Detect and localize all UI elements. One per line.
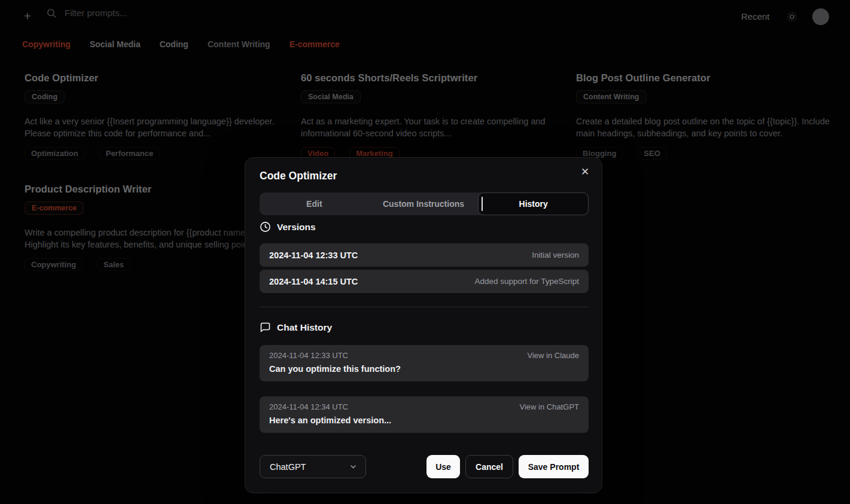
version-row[interactable]: 2024-11-04 12:33 UTC Initial version [260,243,589,267]
version-note: Initial version [532,251,579,259]
chat-message: Here's an optimized version... [269,416,579,425]
view-in-claude-link[interactable]: View in Claude [528,351,579,360]
chat-timestamp: 2024-11-04 12:34 UTC [269,402,348,411]
footer-buttons: Use Cancel Save Prompt [426,455,589,478]
chat-bubble-icon [260,322,271,333]
modal-title: Code Optimizer [260,170,337,182]
chat-timestamp: 2024-11-04 12:33 UTC [269,351,348,360]
tab-edit[interactable]: Edit [260,193,369,215]
clock-icon [260,221,271,233]
chat-history-section-header: Chat History [260,322,332,333]
section-divider [260,307,589,307]
version-timestamp: 2024-11-04 12:33 UTC [269,251,358,260]
use-button[interactable]: Use [426,455,460,478]
cancel-button[interactable]: Cancel [465,455,513,478]
tab-history[interactable]: History [478,193,589,215]
save-prompt-button[interactable]: Save Prompt [519,455,589,478]
close-icon[interactable]: ✕ [577,164,593,181]
prompt-detail-modal: Code Optimizer ✕ Edit Custom Instruction… [245,157,602,493]
versions-heading: Versions [277,222,316,233]
view-in-chatgpt-link[interactable]: View in ChatGPT [520,402,579,411]
chat-history-card[interactable]: 2024-11-04 12:33 UTC View in Claude Can … [260,345,589,381]
version-row[interactable]: 2024-11-04 14:15 UTC Added support for T… [260,270,589,293]
version-timestamp: 2024-11-04 14:15 UTC [269,277,358,286]
target-app-select-value: ChatGPT [270,462,306,472]
tab-custom-instructions[interactable]: Custom Instructions [369,193,479,215]
version-note: Added support for TypeScript [474,277,579,286]
chat-history-card[interactable]: 2024-11-04 12:34 UTC View in ChatGPT Her… [260,396,589,433]
app-screen: + Recent Copywriting So [0,0,850,504]
chevron-down-icon [349,463,357,471]
versions-section-header: Versions [260,221,316,233]
chat-history-heading: Chat History [277,322,332,333]
modal-tab-bar: Edit Custom Instructions History [260,193,589,215]
target-app-select[interactable]: ChatGPT [260,455,366,478]
chat-message: Can you optimize this function? [269,364,579,374]
modal-footer: ChatGPT Use Cancel Save Prompt [260,455,589,478]
